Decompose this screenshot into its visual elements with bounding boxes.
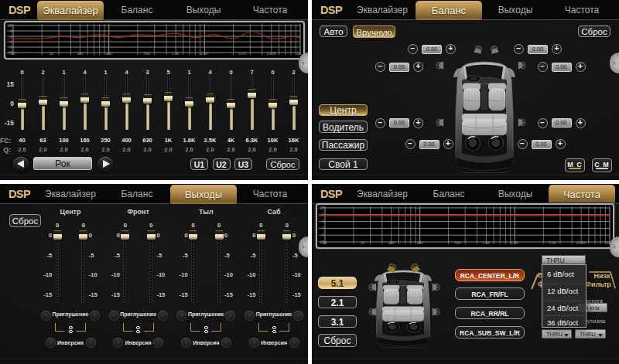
- svg-text:50: 50: [361, 241, 365, 245]
- svg-text:-3: -3: [9, 40, 13, 44]
- svg-text:2.0K: 2.0K: [200, 52, 209, 56]
- svg-text:2.0K: 2.0K: [511, 241, 519, 245]
- svg-text:15: 15: [9, 24, 13, 28]
- svg-text:500: 500: [144, 52, 150, 56]
- svg-text:9: 9: [322, 213, 324, 216]
- svg-text:-3: -3: [321, 226, 325, 230]
- svg-text:9: 9: [10, 29, 12, 33]
- svg-text:3: 3: [10, 35, 12, 39]
- svg-text:5.0K: 5.0K: [239, 52, 248, 56]
- svg-text:50: 50: [50, 52, 54, 56]
- svg-text:100: 100: [388, 241, 395, 245]
- svg-text:3: 3: [322, 219, 324, 223]
- svg-text:-9: -9: [9, 46, 13, 49]
- svg-text:1.0K: 1.0K: [482, 241, 491, 245]
- svg-text:15: 15: [320, 206, 325, 210]
- svg-text:20: 20: [323, 241, 327, 245]
- svg-text:200: 200: [106, 52, 112, 56]
- svg-text:200: 200: [417, 241, 423, 245]
- svg-text:500: 500: [454, 241, 460, 245]
- svg-text:10.0K: 10.0K: [267, 52, 277, 56]
- svg-text:100: 100: [77, 52, 83, 56]
- svg-text:5.0K: 5.0K: [549, 241, 557, 245]
- svg-text:1.0K: 1.0K: [172, 52, 180, 56]
- svg-text:20: 20: [11, 52, 15, 56]
- svg-text:10.0K: 10.0K: [576, 241, 587, 245]
- svg-text:-9: -9: [321, 233, 325, 237]
